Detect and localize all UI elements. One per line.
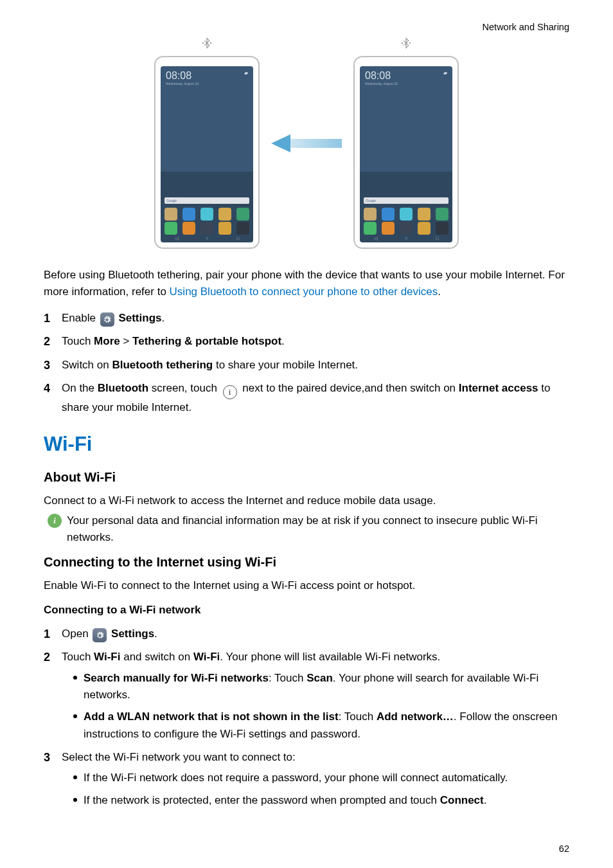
phone-time: 08:08 [365,70,391,82]
phone-right: 08:08 Wednesday, August 10 ▰ Google ◁○□ [353,56,459,249]
subsub-connecting-network: Connecting to a Wi-Fi network [44,604,569,617]
settings-icon [93,628,107,642]
section-title-wifi: Wi-Fi [44,433,569,456]
wifi-step-3: Select the Wi-Fi network you want to con… [44,749,569,809]
intro-paragraph: Before using Bluetooth tethering, pair y… [44,267,569,301]
wifi-step-2-bullets: Search manually for Wi-Fi networks: Touc… [73,670,569,743]
document-page: Network and Sharing 08:08 Wednesday, Aug… [0,0,613,868]
phone-date: Wednesday, August 10 [365,82,398,86]
step-2: Touch More > Tethering & portable hotspo… [44,333,569,350]
signal-icon: ▰ [244,70,248,76]
wifi-step-2: Touch Wi-Fi and switch on Wi-Fi. Your ph… [44,649,569,743]
tethering-figure: 08:08 Wednesday, August 10 ▰ Google ◁○□ [44,37,569,249]
svg-point-3 [409,42,410,43]
info-circle-icon: i [223,385,237,399]
settings-icon [100,312,114,327]
phone-time: 08:08 [166,70,191,82]
svg-point-1 [210,42,211,43]
phone-left-wrap: 08:08 Wednesday, August 10 ▰ Google ◁○□ [154,37,260,249]
bluetooth-icon [201,37,213,52]
subheading-about-wifi: About Wi-Fi [44,470,569,485]
step-3: Switch on Bluetooth tethering to share y… [44,357,569,374]
link-bluetooth-connect[interactable]: Using Bluetooth to connect your phone to… [170,285,438,298]
breadcrumb: Network and Sharing [44,22,569,32]
step-1: Enable Settings. [44,310,569,327]
arrow-left-icon [271,134,342,152]
subheading-connecting-wifi: Connecting to the Internet using Wi-Fi [44,555,569,570]
page-number: 62 [559,844,569,854]
svg-point-0 [202,42,203,43]
bullet-no-password: If the Wi-Fi network does not require a … [73,770,569,786]
info-callout-text: Your personal data and financial informa… [67,512,569,547]
phone-app-row [164,208,249,221]
step-4: On the Bluetooth screen, touch i next to… [44,380,569,416]
phone-search: Google [164,197,249,204]
info-callout: i Your personal data and financial infor… [44,512,569,547]
bullet-add-wlan: Add a WLAN network that is not shown in … [73,709,569,743]
about-wifi-text: Connect to a Wi-Fi network to access the… [44,493,569,509]
bluetooth-tethering-steps: Enable Settings. Touch More > Tethering … [44,310,569,417]
signal-icon: ▰ [443,70,447,76]
phone-left: 08:08 Wednesday, August 10 ▰ Google ◁○□ [154,56,260,249]
bullet-protected: If the network is protected, enter the p… [73,792,569,809]
phone-dock [364,222,449,235]
phone-date: Wednesday, August 10 [166,82,199,86]
phone-dock [164,222,249,235]
phone-search: Google [364,197,449,204]
bluetooth-icon [400,37,412,52]
connecting-wifi-text: Enable Wi-Fi to connect to the Internet … [44,577,569,594]
phone-right-wrap: 08:08 Wednesday, August 10 ▰ Google ◁○□ [353,37,459,249]
wifi-connect-steps: Open Settings. Touch Wi-Fi and switch on… [44,626,569,809]
wifi-step-1: Open Settings. [44,626,569,643]
svg-point-2 [402,42,402,43]
bullet-search-manually: Search manually for Wi-Fi networks: Touc… [73,670,569,704]
info-badge-icon: i [48,514,62,528]
phone-app-row [364,208,449,221]
wifi-step-3-bullets: If the Wi-Fi network does not require a … [73,770,569,809]
